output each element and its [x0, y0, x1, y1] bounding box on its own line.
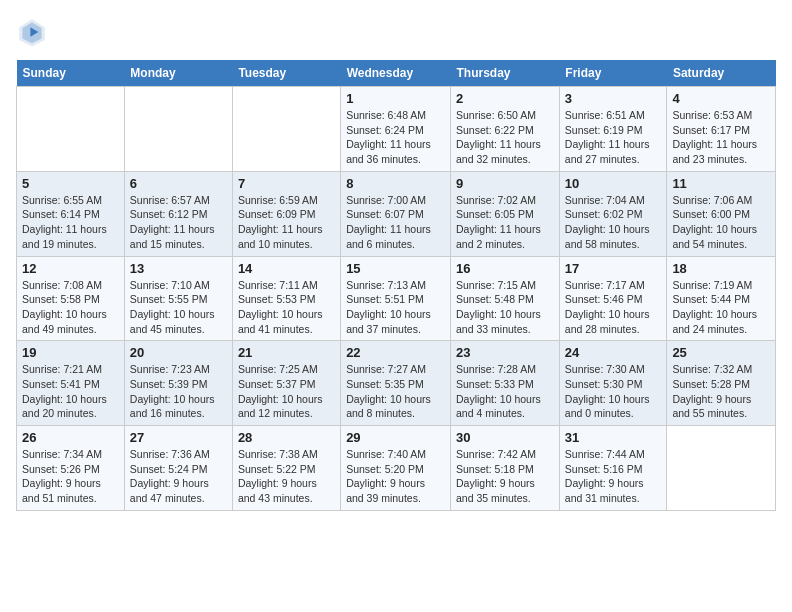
day-info: Sunrise: 7:42 AMSunset: 5:18 PMDaylight:…: [456, 447, 554, 506]
calendar-week-4: 19Sunrise: 7:21 AMSunset: 5:41 PMDayligh…: [17, 341, 776, 426]
day-info: Sunrise: 7:21 AMSunset: 5:41 PMDaylight:…: [22, 362, 119, 421]
calendar-cell: 30Sunrise: 7:42 AMSunset: 5:18 PMDayligh…: [451, 426, 560, 511]
day-number: 13: [130, 261, 227, 276]
calendar-week-3: 12Sunrise: 7:08 AMSunset: 5:58 PMDayligh…: [17, 256, 776, 341]
calendar-cell: [124, 87, 232, 172]
day-number: 26: [22, 430, 119, 445]
calendar-cell: 28Sunrise: 7:38 AMSunset: 5:22 PMDayligh…: [232, 426, 340, 511]
day-info: Sunrise: 7:40 AMSunset: 5:20 PMDaylight:…: [346, 447, 445, 506]
calendar-cell: 14Sunrise: 7:11 AMSunset: 5:53 PMDayligh…: [232, 256, 340, 341]
day-info: Sunrise: 7:08 AMSunset: 5:58 PMDaylight:…: [22, 278, 119, 337]
day-number: 21: [238, 345, 335, 360]
day-number: 8: [346, 176, 445, 191]
calendar-cell: 6Sunrise: 6:57 AMSunset: 6:12 PMDaylight…: [124, 171, 232, 256]
day-info: Sunrise: 6:53 AMSunset: 6:17 PMDaylight:…: [672, 108, 770, 167]
calendar-week-5: 26Sunrise: 7:34 AMSunset: 5:26 PMDayligh…: [17, 426, 776, 511]
calendar-cell: 15Sunrise: 7:13 AMSunset: 5:51 PMDayligh…: [341, 256, 451, 341]
calendar-cell: [232, 87, 340, 172]
day-number: 22: [346, 345, 445, 360]
day-number: 23: [456, 345, 554, 360]
calendar-cell: 21Sunrise: 7:25 AMSunset: 5:37 PMDayligh…: [232, 341, 340, 426]
day-number: 24: [565, 345, 662, 360]
calendar-cell: 13Sunrise: 7:10 AMSunset: 5:55 PMDayligh…: [124, 256, 232, 341]
calendar-cell: 31Sunrise: 7:44 AMSunset: 5:16 PMDayligh…: [559, 426, 667, 511]
day-info: Sunrise: 7:19 AMSunset: 5:44 PMDaylight:…: [672, 278, 770, 337]
day-info: Sunrise: 7:13 AMSunset: 5:51 PMDaylight:…: [346, 278, 445, 337]
day-info: Sunrise: 7:28 AMSunset: 5:33 PMDaylight:…: [456, 362, 554, 421]
calendar-cell: 20Sunrise: 7:23 AMSunset: 5:39 PMDayligh…: [124, 341, 232, 426]
calendar-table: SundayMondayTuesdayWednesdayThursdayFrid…: [16, 60, 776, 511]
day-info: Sunrise: 6:51 AMSunset: 6:19 PMDaylight:…: [565, 108, 662, 167]
calendar-cell: 23Sunrise: 7:28 AMSunset: 5:33 PMDayligh…: [451, 341, 560, 426]
day-number: 14: [238, 261, 335, 276]
calendar-cell: 9Sunrise: 7:02 AMSunset: 6:05 PMDaylight…: [451, 171, 560, 256]
day-number: 19: [22, 345, 119, 360]
day-info: Sunrise: 7:34 AMSunset: 5:26 PMDaylight:…: [22, 447, 119, 506]
day-info: Sunrise: 6:48 AMSunset: 6:24 PMDaylight:…: [346, 108, 445, 167]
day-info: Sunrise: 7:30 AMSunset: 5:30 PMDaylight:…: [565, 362, 662, 421]
day-info: Sunrise: 6:50 AMSunset: 6:22 PMDaylight:…: [456, 108, 554, 167]
calendar-header-row: SundayMondayTuesdayWednesdayThursdayFrid…: [17, 60, 776, 87]
day-info: Sunrise: 7:27 AMSunset: 5:35 PMDaylight:…: [346, 362, 445, 421]
day-info: Sunrise: 6:57 AMSunset: 6:12 PMDaylight:…: [130, 193, 227, 252]
day-info: Sunrise: 7:04 AMSunset: 6:02 PMDaylight:…: [565, 193, 662, 252]
calendar-cell: 5Sunrise: 6:55 AMSunset: 6:14 PMDaylight…: [17, 171, 125, 256]
day-number: 10: [565, 176, 662, 191]
day-number: 20: [130, 345, 227, 360]
calendar-cell: 19Sunrise: 7:21 AMSunset: 5:41 PMDayligh…: [17, 341, 125, 426]
header-sunday: Sunday: [17, 60, 125, 87]
day-number: 2: [456, 91, 554, 106]
calendar-cell: 11Sunrise: 7:06 AMSunset: 6:00 PMDayligh…: [667, 171, 776, 256]
day-info: Sunrise: 7:32 AMSunset: 5:28 PMDaylight:…: [672, 362, 770, 421]
calendar-cell: 1Sunrise: 6:48 AMSunset: 6:24 PMDaylight…: [341, 87, 451, 172]
day-number: 12: [22, 261, 119, 276]
day-info: Sunrise: 7:44 AMSunset: 5:16 PMDaylight:…: [565, 447, 662, 506]
day-number: 28: [238, 430, 335, 445]
day-number: 16: [456, 261, 554, 276]
day-info: Sunrise: 7:36 AMSunset: 5:24 PMDaylight:…: [130, 447, 227, 506]
header-monday: Monday: [124, 60, 232, 87]
day-number: 3: [565, 91, 662, 106]
day-info: Sunrise: 7:06 AMSunset: 6:00 PMDaylight:…: [672, 193, 770, 252]
day-number: 29: [346, 430, 445, 445]
page-header: [16, 16, 776, 48]
day-number: 17: [565, 261, 662, 276]
header-thursday: Thursday: [451, 60, 560, 87]
calendar-cell: 29Sunrise: 7:40 AMSunset: 5:20 PMDayligh…: [341, 426, 451, 511]
calendar-week-2: 5Sunrise: 6:55 AMSunset: 6:14 PMDaylight…: [17, 171, 776, 256]
day-number: 1: [346, 91, 445, 106]
calendar-cell: [17, 87, 125, 172]
logo: [16, 16, 52, 48]
day-info: Sunrise: 6:55 AMSunset: 6:14 PMDaylight:…: [22, 193, 119, 252]
calendar-cell: 17Sunrise: 7:17 AMSunset: 5:46 PMDayligh…: [559, 256, 667, 341]
day-info: Sunrise: 7:17 AMSunset: 5:46 PMDaylight:…: [565, 278, 662, 337]
calendar-cell: 12Sunrise: 7:08 AMSunset: 5:58 PMDayligh…: [17, 256, 125, 341]
day-info: Sunrise: 7:38 AMSunset: 5:22 PMDaylight:…: [238, 447, 335, 506]
calendar-week-1: 1Sunrise: 6:48 AMSunset: 6:24 PMDaylight…: [17, 87, 776, 172]
day-number: 6: [130, 176, 227, 191]
day-info: Sunrise: 6:59 AMSunset: 6:09 PMDaylight:…: [238, 193, 335, 252]
day-info: Sunrise: 7:25 AMSunset: 5:37 PMDaylight:…: [238, 362, 335, 421]
calendar-cell: 26Sunrise: 7:34 AMSunset: 5:26 PMDayligh…: [17, 426, 125, 511]
day-number: 4: [672, 91, 770, 106]
day-info: Sunrise: 7:00 AMSunset: 6:07 PMDaylight:…: [346, 193, 445, 252]
day-number: 31: [565, 430, 662, 445]
logo-icon: [16, 16, 48, 48]
calendar-cell: 3Sunrise: 6:51 AMSunset: 6:19 PMDaylight…: [559, 87, 667, 172]
header-friday: Friday: [559, 60, 667, 87]
header-tuesday: Tuesday: [232, 60, 340, 87]
day-number: 30: [456, 430, 554, 445]
calendar-cell: [667, 426, 776, 511]
day-info: Sunrise: 7:10 AMSunset: 5:55 PMDaylight:…: [130, 278, 227, 337]
day-number: 5: [22, 176, 119, 191]
calendar-cell: 10Sunrise: 7:04 AMSunset: 6:02 PMDayligh…: [559, 171, 667, 256]
calendar-cell: 22Sunrise: 7:27 AMSunset: 5:35 PMDayligh…: [341, 341, 451, 426]
calendar-cell: 18Sunrise: 7:19 AMSunset: 5:44 PMDayligh…: [667, 256, 776, 341]
day-number: 15: [346, 261, 445, 276]
calendar-cell: 2Sunrise: 6:50 AMSunset: 6:22 PMDaylight…: [451, 87, 560, 172]
calendar-cell: 24Sunrise: 7:30 AMSunset: 5:30 PMDayligh…: [559, 341, 667, 426]
header-wednesday: Wednesday: [341, 60, 451, 87]
day-number: 7: [238, 176, 335, 191]
day-number: 18: [672, 261, 770, 276]
day-info: Sunrise: 7:02 AMSunset: 6:05 PMDaylight:…: [456, 193, 554, 252]
